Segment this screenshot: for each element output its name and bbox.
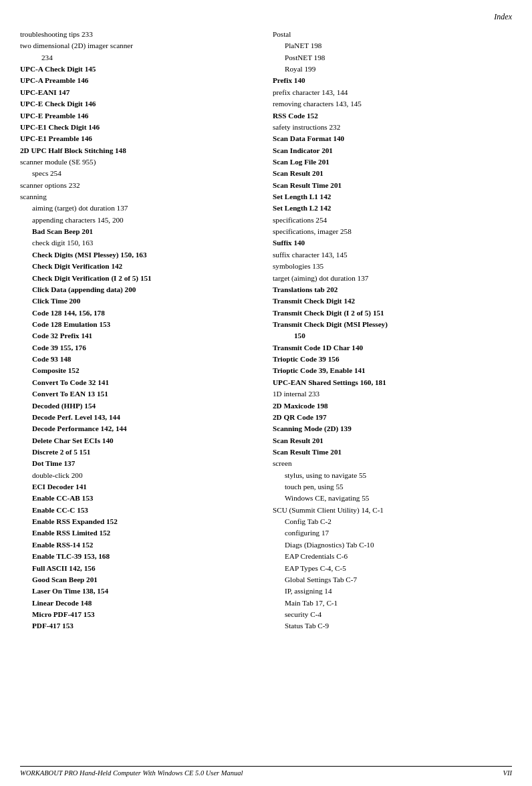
list-item: 1D internal 233	[273, 388, 512, 400]
list-item: 150	[273, 330, 512, 342]
list-item: Scan Result 201	[273, 435, 512, 446]
list-item: Trioptic Code 39 156	[273, 354, 512, 365]
list-item: Transmit Check Digit (MSI Plessey)	[273, 319, 512, 330]
list-item: Click Time 200	[20, 295, 259, 307]
list-item: UPC-E1 Check Digit 146	[20, 122, 259, 133]
list-item: Diags (Diagnostics) Tab C-10	[273, 539, 512, 551]
list-item: two dimensional (2D) imager scanner	[20, 40, 259, 51]
list-item: Dot Time 137	[20, 458, 259, 469]
list-item: IP, assigning 14	[273, 585, 512, 597]
list-item: Translations tab 202	[273, 284, 512, 295]
list-item: specs 254	[20, 168, 259, 179]
list-item: Check Digits (MSI Plessey) 150, 163	[20, 249, 259, 261]
list-item: PostNET 198	[273, 52, 512, 63]
list-item: appending characters 145, 200	[20, 215, 259, 226]
list-item: UPC-EANI 147	[20, 87, 259, 98]
list-item: UPC-A Check Digit 145	[20, 63, 259, 75]
list-item: Config Tab C-2	[273, 516, 512, 527]
list-item: Code 32 Prefix 141	[20, 330, 259, 342]
list-item: security C-4	[273, 609, 512, 620]
list-item: EAP Credentials C-6	[273, 551, 512, 562]
list-item: Suffix 140	[273, 237, 512, 249]
list-item: UPC-E Check Digit 146	[20, 98, 259, 110]
list-item: screen	[273, 458, 512, 469]
list-item: Set Length L1 142	[273, 191, 512, 203]
list-item: PDF-417 153	[20, 620, 259, 632]
list-item: 2D Maxicode 198	[273, 400, 512, 412]
list-item: Decoded (HHP) 154	[20, 400, 259, 412]
list-item: Global Settings Tab C-7	[273, 574, 512, 585]
list-item: 2D UPC Half Block Stitching 148	[20, 145, 259, 156]
list-item: Windows CE, navigating 55	[273, 493, 512, 504]
list-item: safety instructions 232	[273, 122, 512, 133]
list-item: Decode Perf. Level 143, 144	[20, 412, 259, 423]
list-item: configuring 17	[273, 527, 512, 539]
list-item: target (aiming) dot duration 137	[273, 273, 512, 284]
list-item: symbologies 135	[273, 261, 512, 272]
right-column: PostalPlaNET 198PostNET 198Royal 199Pref…	[273, 29, 512, 632]
page-footer: WORKABOUT PRO Hand-Held Computer With Wi…	[20, 766, 512, 777]
list-item: stylus, using to navigate 55	[273, 470, 512, 481]
list-item: Full ASCII 142, 156	[20, 563, 259, 574]
list-item: Convert To Code 32 141	[20, 377, 259, 388]
list-item: Composite 152	[20, 365, 259, 376]
list-item: UPC-E Preamble 146	[20, 110, 259, 122]
list-item: Royal 199	[273, 63, 512, 75]
list-item: UPC-E1 Preamble 146	[20, 133, 259, 144]
list-item: Scan Indicator 201	[273, 145, 512, 156]
list-item: removing characters 143, 145	[273, 98, 512, 110]
list-item: Postal	[273, 29, 512, 40]
left-column: troubleshooting tips 233two dimensional …	[20, 29, 259, 632]
list-item: PlaNET 198	[273, 40, 512, 51]
list-item: Status Tab C-9	[273, 620, 512, 632]
list-item: Click Data (appending data) 200	[20, 284, 259, 295]
list-item: Delete Char Set ECIs 140	[20, 435, 259, 446]
list-item: Transmit Code 1D Char 140	[273, 342, 512, 354]
list-item: Convert To EAN 13 151	[20, 388, 259, 400]
list-item: check digit 150, 163	[20, 237, 259, 249]
list-item: Discrete 2 of 5 151	[20, 446, 259, 458]
list-item: Code 93 148	[20, 354, 259, 365]
list-item: specifications 254	[273, 215, 512, 226]
list-item: Laser On Time 138, 154	[20, 585, 259, 597]
list-item: prefix character 143, 144	[273, 87, 512, 98]
list-item: 2D QR Code 197	[273, 412, 512, 423]
list-item: EAP Types C-4, C-5	[273, 563, 512, 574]
list-item: scanning	[20, 191, 259, 203]
list-item: scanner module (SE 955)	[20, 156, 259, 168]
list-item: Transmit Check Digit 142	[273, 295, 512, 307]
page-header: Index	[20, 12, 512, 22]
list-item: Scan Result Time 201	[273, 446, 512, 458]
list-item: Prefix 140	[273, 75, 512, 86]
list-item: ECI Decoder 141	[20, 481, 259, 493]
list-item: Good Scan Beep 201	[20, 574, 259, 585]
list-item: Bad Scan Beep 201	[20, 226, 259, 237]
list-item: Scan Result Time 201	[273, 180, 512, 191]
list-item: troubleshooting tips 233	[20, 29, 259, 40]
list-item: Enable RSS Expanded 152	[20, 516, 259, 527]
list-item: touch pen, using 55	[273, 481, 512, 493]
list-item: 234	[20, 52, 259, 63]
list-item: Decode Performance 142, 144	[20, 423, 259, 434]
list-item: Scan Log File 201	[273, 156, 512, 168]
list-item: scanner options 232	[20, 180, 259, 191]
list-item: Scanning Mode (2D) 139	[273, 423, 512, 434]
list-item: Micro PDF-417 153	[20, 609, 259, 620]
page: Index troubleshooting tips 233two dimens…	[0, 0, 532, 786]
list-item: SCU (Summit Client Utility) 14, C-1	[273, 505, 512, 516]
list-item: Linear Decode 148	[20, 598, 259, 609]
list-item: Code 128 144, 156, 178	[20, 307, 259, 319]
list-item: Enable RSS-14 152	[20, 539, 259, 551]
list-item: specifications, imager 258	[273, 226, 512, 237]
list-item: Main Tab 17, C-1	[273, 598, 512, 609]
list-item: Enable CC-C 153	[20, 505, 259, 516]
list-item: RSS Code 152	[273, 110, 512, 122]
list-item: Check Digit Verification 142	[20, 261, 259, 272]
list-item: Enable CC-AB 153	[20, 493, 259, 504]
list-item: double-click 200	[20, 470, 259, 481]
list-item: Enable TLC-39 153, 168	[20, 551, 259, 562]
list-item: Set Length L2 142	[273, 203, 512, 214]
list-item: UPC-EAN Shared Settings 160, 181	[273, 377, 512, 388]
list-item: Check Digit Verification (I 2 of 5) 151	[20, 273, 259, 284]
list-item: Code 39 155, 176	[20, 342, 259, 354]
